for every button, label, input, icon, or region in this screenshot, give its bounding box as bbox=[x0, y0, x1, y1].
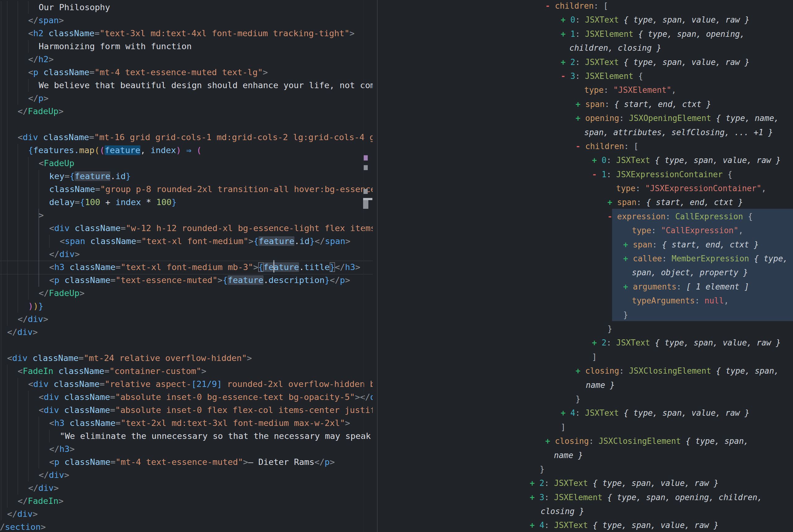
ast-node-row[interactable]: ] bbox=[378, 350, 793, 364]
expand-node-toggle[interactable]: + bbox=[623, 282, 633, 291]
code-line[interactable]: <p className="mt-4 text-essence-muted">—… bbox=[0, 456, 373, 469]
expand-node-toggle[interactable]: + bbox=[592, 156, 602, 165]
collapse-node-toggle[interactable]: - bbox=[545, 1, 555, 11]
ast-node-row[interactable]: + closing: JSXClosingElement { type, spa… bbox=[378, 434, 793, 448]
code-line[interactable]: <h2 className="text-3xl md:text-4xl font… bbox=[0, 27, 373, 40]
code-line[interactable]: <div className="w-12 h-12 rounded-xl bg-… bbox=[0, 222, 373, 235]
expand-node-toggle[interactable]: + bbox=[561, 58, 570, 67]
code-line[interactable]: <h3 className="text-2xl md:text-3xl font… bbox=[0, 417, 373, 430]
ast-node-row[interactable]: + span: { start, end, ctxt } bbox=[378, 97, 793, 111]
code-line[interactable]: We believe that beautiful design should … bbox=[0, 79, 373, 92]
code-line[interactable]: </div> bbox=[0, 508, 373, 520]
ast-node-row[interactable]: type: "JSXElement", bbox=[378, 83, 793, 97]
expand-node-toggle[interactable]: + bbox=[592, 338, 602, 347]
code-line[interactable]: className="group p-8 rounded-2xl transit… bbox=[0, 183, 373, 196]
expand-node-toggle[interactable]: + bbox=[530, 478, 539, 488]
code-line[interactable]: </div> bbox=[0, 481, 373, 495]
code-line[interactable]: </div> bbox=[0, 248, 373, 261]
ast-node-row[interactable]: name } bbox=[378, 378, 793, 392]
code-line[interactable]: "We eliminate the unnecessary so that th… bbox=[0, 430, 373, 443]
collapse-node-toggle[interactable]: - bbox=[561, 72, 570, 81]
ast-node-row[interactable]: + 4: JSXText { type, span, value, raw } bbox=[378, 406, 793, 420]
code-line[interactable]: </h2> bbox=[0, 53, 373, 66]
ast-node-row[interactable]: children, closing } bbox=[378, 41, 793, 55]
code-line[interactable]: <div className="absolute inset-0 bg-esse… bbox=[0, 391, 373, 404]
ast-node-row[interactable]: + 0: JSXText { type, span, value, raw } bbox=[378, 13, 793, 27]
ast-node-row[interactable]: + 2: JSXText { type, span, value, raw } bbox=[378, 476, 793, 490]
ast-node-row[interactable]: + closing: JSXClosingElement { type, spa… bbox=[378, 364, 793, 378]
code-line[interactable]: <div className="relative aspect-[21/9] r… bbox=[0, 378, 373, 391]
code-line[interactable]: <p className="text-essence-muted">{featu… bbox=[0, 274, 373, 287]
ast-node-row[interactable]: + span: { start, end, ctxt } bbox=[378, 238, 793, 252]
ast-node-row[interactable]: name } bbox=[378, 449, 793, 462]
code-line[interactable]: <span className="text-xl font-medium">{f… bbox=[0, 235, 373, 248]
code-pane[interactable]: Our Philosophy</span><h2 className="text… bbox=[0, 0, 373, 532]
ast-node-row[interactable]: + 1: JSXElement { type, span, opening, bbox=[378, 27, 793, 41]
ast-node-row[interactable]: closing } bbox=[378, 505, 793, 518]
code-line[interactable]: </FadeUp> bbox=[0, 105, 373, 118]
ast-node-row[interactable]: + 0: JSXText { type, span, value, raw } bbox=[378, 153, 793, 167]
code-line[interactable]: </span> bbox=[0, 14, 373, 27]
code-line[interactable]: > bbox=[0, 209, 373, 222]
code-line[interactable]: {features.map((feature, index) ⇒ ( bbox=[0, 144, 373, 157]
ast-node-row[interactable]: } bbox=[378, 322, 793, 336]
ast-node-row[interactable]: } bbox=[378, 392, 793, 406]
code-line[interactable]: <div className="mt-24 relative overflow-… bbox=[0, 352, 373, 365]
ast-node-row[interactable]: + 2: JSXText { type, span, value, raw } bbox=[378, 55, 793, 69]
expand-node-toggle[interactable]: + bbox=[623, 240, 633, 249]
code-line[interactable]: </section> bbox=[0, 520, 373, 532]
code-line[interactable] bbox=[0, 339, 373, 352]
expand-node-toggle[interactable]: + bbox=[607, 198, 617, 207]
code-line[interactable]: </h3> bbox=[0, 443, 373, 456]
ast-node-row[interactable]: + callee: MemberExpression { type, bbox=[378, 252, 793, 266]
expand-node-toggle[interactable]: + bbox=[623, 254, 633, 263]
expand-node-toggle[interactable]: + bbox=[561, 30, 570, 39]
ast-node-row[interactable]: - children: [ bbox=[378, 139, 793, 153]
ast-node-row[interactable]: + opening: JSXOpeningElement { type, nam… bbox=[378, 111, 793, 125]
expand-node-toggle[interactable]: + bbox=[561, 15, 570, 24]
expand-node-toggle[interactable]: + bbox=[530, 520, 539, 530]
collapse-node-toggle[interactable]: - bbox=[607, 212, 617, 221]
ast-node-row[interactable]: + span: { start, end, ctxt } bbox=[378, 195, 793, 209]
expand-node-toggle[interactable]: + bbox=[576, 100, 585, 109]
code-line[interactable]: delay={100 + index * 100} bbox=[0, 196, 373, 209]
code-line[interactable]: key={feature.id} bbox=[0, 170, 373, 183]
ast-node-row[interactable]: span, object, property } bbox=[378, 266, 793, 280]
code-line[interactable]: </FadeIn> bbox=[0, 495, 373, 508]
code-line[interactable]: ))} bbox=[0, 300, 373, 313]
code-line[interactable]: Our Philosophy bbox=[0, 1, 373, 14]
ast-node-row[interactable]: + 2: JSXText { type, span, value, raw } bbox=[378, 336, 793, 350]
code-line[interactable]: </div> bbox=[0, 469, 373, 481]
ast-node-row[interactable]: type: "JSXExpressionContainer", bbox=[378, 182, 793, 195]
code-line[interactable]: Harmonizing form with function bbox=[0, 40, 373, 53]
ast-node-row[interactable]: - 3: JSXElement { bbox=[378, 69, 793, 83]
code-line[interactable]: </div> bbox=[0, 313, 373, 326]
expand-node-toggle[interactable]: + bbox=[576, 114, 585, 123]
ast-node-row[interactable]: type: "CallExpression", bbox=[378, 224, 793, 238]
code-line[interactable]: </p> bbox=[0, 92, 373, 105]
code-line[interactable] bbox=[0, 118, 373, 131]
ast-node-row[interactable]: - expression: CallExpression { bbox=[378, 210, 793, 224]
ast-node-row[interactable]: typeArguments: null, bbox=[378, 294, 793, 308]
ast-node-row[interactable]: + 4: JSXText { type, span, value, raw } bbox=[378, 518, 793, 532]
ast-node-row[interactable]: } bbox=[378, 462, 793, 476]
ast-node-row[interactable]: - children: [ bbox=[378, 0, 793, 13]
ast-pane[interactable]: - children: [+ 0: JSXText { type, span, … bbox=[378, 0, 793, 532]
ast-node-row[interactable]: ] bbox=[378, 420, 793, 434]
ast-node-row[interactable]: + 3: JSXElement { type, span, opening, c… bbox=[378, 491, 793, 505]
code-line[interactable]: <FadeUp bbox=[0, 157, 373, 170]
collapse-node-toggle[interactable]: - bbox=[592, 170, 602, 179]
ast-node-row[interactable]: span, attributes, selfClosing, ... +1 } bbox=[378, 126, 793, 139]
expand-node-toggle[interactable]: + bbox=[545, 436, 555, 446]
code-line[interactable]: <div className="absolute inset-0 flex fl… bbox=[0, 404, 373, 417]
ast-node-row[interactable]: } bbox=[378, 308, 793, 322]
expand-node-toggle[interactable]: + bbox=[576, 366, 585, 376]
expand-node-toggle[interactable]: + bbox=[530, 493, 539, 502]
code-line[interactable]: <h3 className="text-xl font-medium mb-3"… bbox=[0, 261, 373, 274]
ast-node-row[interactable]: + arguments: [ 1 element ] bbox=[378, 280, 793, 294]
ast-node-row[interactable]: - 1: JSXExpressionContainer { bbox=[378, 168, 793, 182]
code-line[interactable]: <div className="mt-16 grid grid-cols-1 m… bbox=[0, 131, 373, 144]
code-line[interactable]: </FadeUp> bbox=[0, 287, 373, 300]
code-line[interactable]: </div> bbox=[0, 326, 373, 339]
code-line[interactable]: <FadeIn className="container-custom"> bbox=[0, 365, 373, 378]
